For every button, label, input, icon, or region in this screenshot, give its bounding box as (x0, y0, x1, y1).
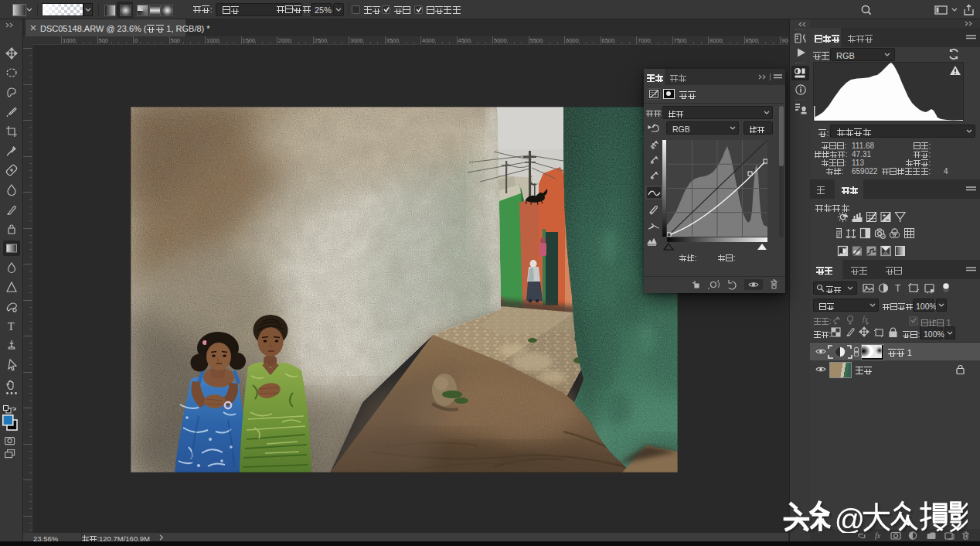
svg-text:T: T (8, 321, 15, 333)
svg-text:fx: fx (875, 531, 881, 540)
svg-text:@: @ (835, 503, 865, 533)
svg-text:fx: fx (863, 315, 869, 323)
svg-text:T: T (895, 283, 901, 294)
